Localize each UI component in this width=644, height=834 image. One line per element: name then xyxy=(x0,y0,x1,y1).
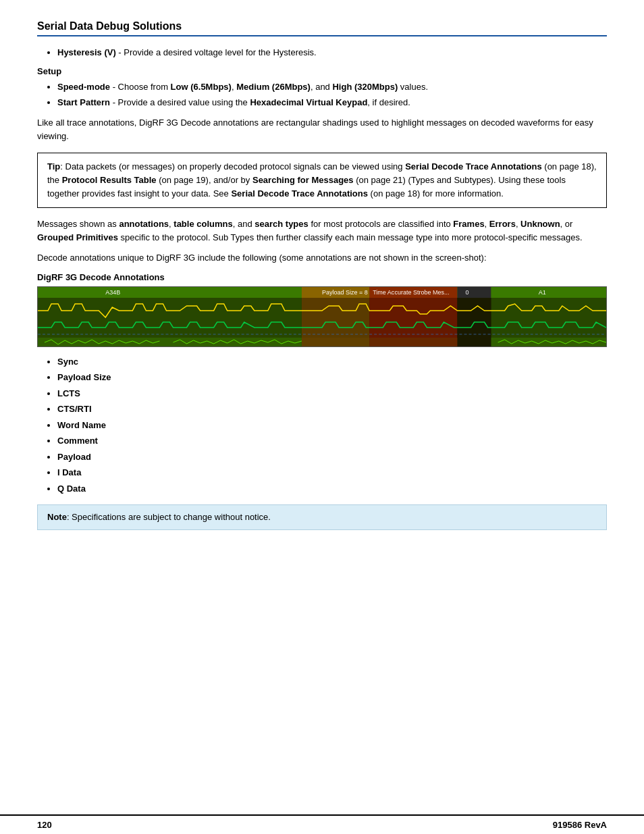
tip-text1: : Data packets (or messages) on properly… xyxy=(60,161,405,172)
medium-value: Medium (26Mbps) xyxy=(236,82,311,92)
note-box: Note: Specifications are subject to chan… xyxy=(37,504,607,530)
speed-mode-term: Speed-mode xyxy=(57,82,110,92)
tip-label: Tip xyxy=(47,161,60,172)
svg-rect-19 xyxy=(369,338,457,347)
page-container: Serial Data Debug Solutions Hysteresis (… xyxy=(0,0,644,834)
revision: 919586 RevA xyxy=(553,820,607,830)
low-value: Low (6.5Mbps) xyxy=(171,82,232,92)
svg-rect-17 xyxy=(38,338,302,347)
para2: Messages shown as annotations, table col… xyxy=(37,217,607,244)
start-pattern-item: Start Pattern - Provide a desired value … xyxy=(57,96,607,109)
oscilloscope-display: A34B Payload Size = 8 Time Accurate Stro… xyxy=(37,286,607,347)
footer: 120 919586 RevA xyxy=(0,814,644,834)
page-number: 120 xyxy=(37,820,52,830)
svg-text:Payload Size = 8: Payload Size = 8 xyxy=(322,289,368,296)
svg-rect-18 xyxy=(302,338,369,347)
page-title: Serial Data Debug Solutions xyxy=(37,20,607,36)
para2-text1: Messages shown as xyxy=(37,219,119,229)
note-text: : Specifications are subject to change w… xyxy=(67,512,271,522)
para2-search-types: search types xyxy=(254,219,308,229)
para2-unknown: Unknown xyxy=(520,219,560,229)
annotation-item: CTS/RTI xyxy=(57,402,607,416)
para2-frames: Frames xyxy=(453,219,484,229)
tip-bold3: Searching for Messages xyxy=(252,175,354,185)
tip-text5: (on page 18) for more information. xyxy=(368,188,504,199)
annotation-item: I Data xyxy=(57,466,607,479)
para2-grouped: Grouped Primitives xyxy=(37,232,118,242)
tip-bold2: Protocol Results Table xyxy=(62,175,157,185)
para3: Decode annotations unique to DigRF 3G in… xyxy=(37,251,607,265)
para2-table-cols: table columns xyxy=(173,219,232,229)
annotation-item: Payload xyxy=(57,450,607,464)
high-value: High (320Mbps) xyxy=(332,82,398,92)
svg-text:A34B: A34B xyxy=(105,289,120,296)
hex-keypad-ref: Hexadecimal Virtual Keypad xyxy=(250,97,367,107)
annotation-item: Comment xyxy=(57,434,607,448)
svg-text:A1: A1 xyxy=(539,289,546,296)
para2-annotations: annotations xyxy=(119,219,169,229)
tip-box: Tip: Data packets (or messages) on prope… xyxy=(37,153,607,208)
annotation-list: SyncPayload SizeLCTSCTS/RTIWord NameComm… xyxy=(57,355,607,496)
hysteresis-item: Hysteresis (V) - Provide a desired volta… xyxy=(57,46,607,59)
speed-mode-item: Speed-mode - Choose from Low (6.5Mbps), … xyxy=(57,80,607,94)
hysteresis-desc: - Provide a desired voltage level for th… xyxy=(116,47,317,57)
annotation-item: LCTS xyxy=(57,387,607,400)
hysteresis-list: Hysteresis (V) - Provide a desired volta… xyxy=(57,46,607,59)
tip-bold4: Serial Decode Trace Annotations xyxy=(231,188,368,199)
note-label: Note xyxy=(47,512,67,522)
annotation-item: Sync xyxy=(57,355,607,369)
setup-list: Speed-mode - Choose from Low (6.5Mbps), … xyxy=(57,80,607,109)
para1: Like all trace annotations, DigRF 3G Dec… xyxy=(37,116,607,143)
tip-bold1: Serial Decode Trace Annotations xyxy=(405,161,542,172)
annotation-item: Q Data xyxy=(57,482,607,496)
svg-text:Time Accurate Strobe Mes...: Time Accurate Strobe Mes... xyxy=(373,289,449,296)
start-pattern-term: Start Pattern xyxy=(57,97,110,107)
setup-label: Setup xyxy=(37,66,607,76)
svg-text:0: 0 xyxy=(466,289,469,296)
hysteresis-term: Hysteresis (V) xyxy=(57,47,116,57)
annotation-item: Word Name xyxy=(57,419,607,432)
para2-errors: Errors xyxy=(489,219,516,229)
svg-rect-9 xyxy=(457,287,491,298)
annotation-item: Payload Size xyxy=(57,371,607,384)
digrf-title: DigRF 3G Decode Annotations xyxy=(37,272,607,282)
svg-rect-10 xyxy=(491,287,606,298)
tip-text3: (on page 19), and/or by xyxy=(157,175,252,185)
oscilloscope-svg: A34B Payload Size = 8 Time Accurate Stro… xyxy=(38,287,606,347)
